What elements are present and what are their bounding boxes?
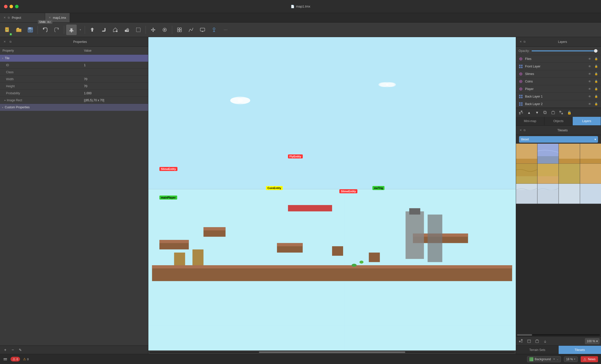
tab-layers[interactable]: Layers: [573, 117, 601, 125]
map-scrollbar-h-track[interactable]: [149, 351, 515, 353]
more-tools-button[interactable]: ⋯: [220, 25, 231, 35]
tileset-grid[interactable]: [516, 144, 601, 333]
select-tool-button[interactable]: [87, 25, 97, 35]
lock-layer-button[interactable]: 🔒: [566, 109, 573, 116]
properties-close-button[interactable]: ✕: [3, 40, 7, 44]
layer-flies[interactable]: Flies 👁 🔒: [516, 55, 601, 63]
layer-back-layer-1-lock[interactable]: 🔒: [594, 94, 598, 99]
tileset-scrollbar-track[interactable]: [517, 334, 600, 336]
tilesets-detach-button[interactable]: ⧉: [523, 128, 527, 132]
minimize-button[interactable]: [10, 5, 13, 8]
tab-minimap[interactable]: Mini-map: [516, 117, 544, 125]
properties-detach-button[interactable]: ⧉: [9, 40, 13, 44]
select-region-button[interactable]: [133, 25, 144, 35]
project-close-icon[interactable]: ✕: [4, 16, 6, 19]
open-button[interactable]: [14, 25, 24, 35]
window-controls[interactable]: [4, 5, 19, 8]
tilesets-tab[interactable]: Tilesets: [559, 346, 601, 354]
layers-close-button[interactable]: ✕: [519, 40, 523, 44]
tileset-scrollbar-thumb[interactable]: [517, 334, 532, 336]
entity-main-player[interactable]: mainPlayer: [159, 196, 177, 200]
edit-tileset-button[interactable]: [526, 338, 533, 345]
pin-tool-button[interactable]: [209, 25, 219, 35]
entity-slime-1[interactable]: SlimeEntity: [159, 167, 177, 171]
layer-slimes[interactable]: Slimes 👁 🔒: [516, 70, 601, 78]
export-tileset-button[interactable]: [542, 338, 549, 345]
paint-tool-button[interactable]: [98, 25, 109, 35]
snap-tool-button[interactable]: [174, 25, 185, 35]
remove-layer-button[interactable]: [550, 109, 557, 116]
image-rect-expand-icon[interactable]: [5, 99, 6, 102]
map-canvas[interactable]: SlimeEntity FlyEntity CoinEntity mainPla…: [148, 37, 516, 354]
path-tool-button[interactable]: [186, 25, 196, 35]
opacity-label: Opacity:: [519, 49, 530, 53]
entity-metrig[interactable]: meTrig: [372, 186, 384, 190]
file-tab-close-icon[interactable]: ✕: [49, 16, 51, 19]
tileset-selector[interactable]: tileset ▾: [519, 136, 598, 143]
layer-player-lock[interactable]: 🔒: [594, 87, 598, 91]
eraser-tool-button[interactable]: [122, 25, 132, 35]
background-selector[interactable]: Background ▾ ⌄: [527, 356, 561, 362]
add-tileset-button[interactable]: [518, 338, 525, 345]
terrain-sets-tab[interactable]: Terrain Sets: [516, 346, 559, 354]
layer-coins-visibility[interactable]: 👁: [587, 79, 592, 84]
redo-button[interactable]: [51, 25, 62, 35]
undo-button[interactable]: Undo ⌘Z: [40, 25, 50, 35]
layer-back-layer-1[interactable]: Back Layer 1 👁 🔒: [516, 93, 601, 100]
layer-front-layer-lock[interactable]: 🔒: [594, 64, 598, 69]
map-scrollbar-h-thumb[interactable]: [259, 351, 405, 353]
move-layer-up-button[interactable]: ▲: [526, 109, 533, 116]
layer-player[interactable]: Player 👁 🔒: [516, 85, 601, 93]
project-detach-icon[interactable]: ⧉: [8, 16, 10, 19]
layer-back-layer-2-visibility[interactable]: 👁: [587, 102, 592, 106]
layer-back-layer-2[interactable]: Back Layer 2 👁 🔒: [516, 100, 601, 108]
new-file-button[interactable]: ▾: [2, 25, 13, 35]
layer-flies-lock[interactable]: 🔒: [594, 57, 598, 61]
layer-slimes-visibility[interactable]: 👁: [587, 72, 592, 76]
zoom-dropdown[interactable]: 100 % ▾: [585, 338, 599, 344]
layer-slimes-lock[interactable]: 🔒: [594, 72, 598, 76]
opacity-slider[interactable]: [532, 50, 598, 51]
news-button[interactable]: ⚠ News: [581, 356, 598, 362]
entity-slime-2[interactable]: SlimeEntity: [339, 189, 357, 193]
tile-section-row[interactable]: Tile: [0, 55, 148, 62]
tab-objects[interactable]: Objects: [544, 117, 573, 125]
error-icon: ⚠: [13, 357, 16, 361]
layer-coins-lock[interactable]: 🔒: [594, 79, 598, 84]
layer-front-layer[interactable]: Front Layer 👁 🔒: [516, 63, 601, 70]
tileset-scrollbar[interactable]: [516, 333, 601, 336]
object-move-button[interactable]: [148, 25, 158, 35]
status-icon-button[interactable]: [3, 357, 8, 361]
layer-front-layer-visibility[interactable]: 👁: [587, 64, 592, 69]
close-button[interactable]: [4, 5, 8, 8]
entity-fly[interactable]: FlyEntity: [288, 154, 303, 158]
tilesets-close-button[interactable]: ✕: [519, 128, 523, 132]
edit-property-button[interactable]: ✎: [18, 347, 23, 353]
map-horizontal-scrollbar[interactable]: [148, 350, 516, 354]
fill-tool-button[interactable]: [110, 25, 121, 35]
entity-coin[interactable]: CoinEntity: [266, 186, 283, 190]
add-property-button[interactable]: +: [3, 347, 8, 353]
object-insert-button[interactable]: [159, 25, 170, 35]
add-layer-button[interactable]: [518, 109, 525, 116]
custom-properties-section-row[interactable]: Custom Properties: [0, 104, 148, 111]
tileset-dropdown-chevron: ▾: [594, 138, 596, 141]
maximize-button[interactable]: [15, 5, 19, 8]
merge-layer-button[interactable]: [558, 109, 565, 116]
layer-back-layer-1-visibility[interactable]: 👁: [587, 94, 592, 99]
move-layer-down-button[interactable]: ▼: [534, 109, 541, 116]
opacity-thumb[interactable]: [594, 49, 597, 53]
duplicate-layer-button[interactable]: [542, 109, 549, 116]
layers-detach-button[interactable]: ⧉: [523, 40, 527, 44]
remove-tileset-button[interactable]: [534, 338, 541, 345]
display-tool-button[interactable]: [197, 25, 208, 35]
layer-coins[interactable]: Coins 👁 🔒: [516, 78, 601, 85]
layer-back-layer-2-lock[interactable]: 🔒: [594, 102, 598, 106]
stamp-options-button[interactable]: ▾: [78, 25, 83, 35]
layer-player-visibility[interactable]: 👁: [587, 87, 592, 91]
stamp-tool-button[interactable]: [66, 25, 77, 35]
remove-property-button[interactable]: −: [10, 347, 16, 353]
map-area[interactable]: SlimeEntity FlyEntity CoinEntity mainPla…: [148, 37, 516, 354]
layer-flies-visibility[interactable]: 👁: [587, 57, 592, 61]
save-button[interactable]: [25, 25, 36, 35]
